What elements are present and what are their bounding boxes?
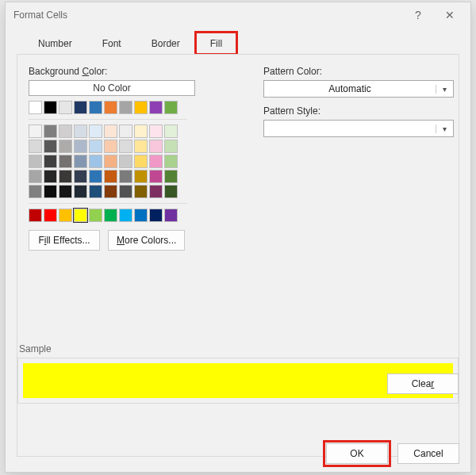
pattern-color-dropdown[interactable]: Automatic ▾	[263, 80, 454, 98]
fill-panel: Background Color: No Color Fill Effects.…	[17, 54, 459, 457]
color-swatch[interactable]	[164, 101, 178, 114]
tab-strip: NumberFontBorderFill	[23, 31, 470, 54]
format-cells-dialog: Format Cells ? ✕ NumberFontBorderFill Ba…	[5, 2, 471, 473]
tab-number[interactable]: Number	[23, 32, 87, 55]
color-swatch[interactable]	[119, 170, 132, 183]
color-swatch[interactable]	[89, 209, 102, 222]
sample-area: Sample Clear	[17, 343, 459, 404]
color-swatch[interactable]	[59, 209, 72, 222]
color-swatch[interactable]	[149, 185, 163, 198]
color-swatch[interactable]	[29, 140, 42, 153]
color-swatch[interactable]	[44, 185, 57, 198]
color-swatch[interactable]	[74, 101, 87, 114]
tab-font[interactable]: Font	[87, 32, 136, 55]
color-swatch[interactable]	[149, 155, 163, 168]
color-swatch[interactable]	[44, 140, 57, 153]
color-swatch[interactable]	[164, 185, 178, 198]
color-swatch[interactable]	[104, 124, 117, 138]
color-swatch[interactable]	[59, 124, 72, 138]
color-swatch[interactable]	[29, 155, 42, 168]
color-swatch[interactable]	[89, 170, 102, 183]
color-swatch[interactable]	[59, 155, 72, 168]
color-swatch[interactable]	[149, 101, 163, 114]
window-title: Format Cells	[13, 10, 402, 21]
color-swatch[interactable]	[119, 124, 132, 138]
separator	[29, 203, 187, 204]
right-column: Pattern Color: Automatic ▾ Pattern Style…	[263, 66, 454, 145]
color-swatch[interactable]	[149, 170, 163, 183]
color-swatch[interactable]	[164, 155, 178, 168]
color-swatch[interactable]	[104, 209, 117, 222]
color-swatch[interactable]	[74, 170, 87, 183]
fill-effects-button[interactable]: Fill Effects...	[29, 230, 100, 251]
color-swatch[interactable]	[59, 140, 72, 153]
color-swatch[interactable]	[74, 124, 87, 138]
color-swatch[interactable]	[119, 140, 132, 153]
dialog-footer: OK Cancel	[326, 443, 459, 464]
color-swatch[interactable]	[89, 185, 102, 198]
color-swatch[interactable]	[44, 124, 57, 138]
color-swatch[interactable]	[119, 209, 132, 222]
color-swatch[interactable]	[104, 170, 117, 183]
color-swatch[interactable]	[29, 124, 42, 138]
color-swatch[interactable]	[149, 124, 163, 138]
tab-border[interactable]: Border	[136, 32, 195, 55]
fill-buttons-row: Fill Effects... More Colors...	[29, 230, 447, 251]
color-swatch[interactable]	[134, 170, 148, 183]
color-swatch[interactable]	[119, 101, 132, 114]
color-swatch[interactable]	[59, 170, 72, 183]
color-swatch[interactable]	[134, 209, 148, 222]
clear-button[interactable]: Clear	[387, 373, 459, 394]
color-swatch[interactable]	[164, 140, 178, 153]
color-swatch[interactable]	[74, 155, 87, 168]
color-swatch[interactable]	[134, 140, 148, 153]
chevron-down-icon: ▾	[436, 85, 453, 94]
standard-color-row	[29, 209, 447, 222]
color-swatch[interactable]	[134, 185, 148, 198]
color-swatch[interactable]	[149, 209, 163, 222]
color-swatch[interactable]	[44, 170, 57, 183]
titlebar: Format Cells ? ✕	[6, 2, 470, 28]
cancel-button[interactable]: Cancel	[397, 443, 459, 464]
close-button[interactable]: ✕	[434, 2, 466, 28]
color-swatch[interactable]	[59, 185, 72, 198]
pattern-style-label: Pattern Style:	[263, 105, 454, 117]
color-swatch[interactable]	[104, 101, 117, 114]
color-swatch[interactable]	[29, 101, 42, 114]
color-swatch[interactable]	[119, 155, 132, 168]
color-swatch[interactable]	[89, 124, 102, 138]
color-swatch[interactable]	[44, 209, 57, 222]
color-swatch[interactable]	[119, 185, 132, 198]
color-swatch[interactable]	[74, 209, 87, 222]
color-swatch[interactable]	[149, 140, 163, 153]
color-swatch[interactable]	[164, 170, 178, 183]
color-swatch[interactable]	[29, 209, 42, 222]
color-swatch[interactable]	[74, 185, 87, 198]
color-swatch[interactable]	[104, 155, 117, 168]
color-swatch[interactable]	[89, 101, 102, 114]
no-color-button[interactable]: No Color	[29, 80, 195, 96]
color-swatch[interactable]	[44, 155, 57, 168]
color-swatch[interactable]	[29, 185, 42, 198]
color-swatch[interactable]	[164, 209, 178, 222]
ok-button[interactable]: OK	[326, 443, 388, 464]
color-swatch[interactable]	[29, 170, 42, 183]
color-swatch[interactable]	[74, 140, 87, 153]
color-swatch[interactable]	[104, 185, 117, 198]
separator	[29, 119, 187, 120]
tab-fill[interactable]: Fill	[195, 32, 237, 55]
color-swatch[interactable]	[89, 140, 102, 153]
color-swatch[interactable]	[89, 155, 102, 168]
color-swatch[interactable]	[164, 124, 178, 138]
more-colors-button[interactable]: More Colors...	[108, 230, 185, 251]
color-swatch[interactable]	[134, 155, 148, 168]
help-button[interactable]: ?	[402, 2, 434, 28]
color-swatch[interactable]	[104, 140, 117, 153]
pattern-style-dropdown[interactable]: ▾	[263, 120, 454, 137]
color-swatch[interactable]	[134, 124, 148, 138]
color-swatch[interactable]	[59, 101, 72, 114]
chevron-down-icon: ▾	[436, 124, 453, 133]
pattern-color-value: Automatic	[264, 83, 436, 94]
color-swatch[interactable]	[134, 101, 148, 114]
color-swatch[interactable]	[44, 101, 57, 114]
